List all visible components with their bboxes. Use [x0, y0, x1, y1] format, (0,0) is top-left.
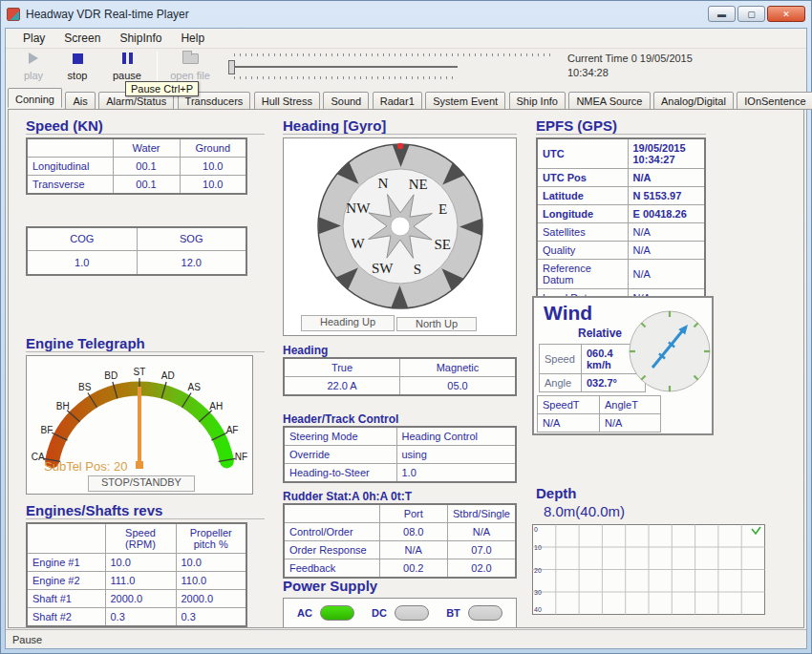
heading-table-heading: Heading — [283, 344, 328, 357]
engines-shafts-heading: Engines/Shafts revs — [26, 502, 265, 519]
tab-system-event[interactable]: System Event — [425, 92, 505, 110]
slider-track — [234, 66, 458, 68]
telegraph-scale-label: BF — [41, 425, 53, 435]
tab-ship-info[interactable]: Ship Info — [509, 92, 566, 110]
telegraph-scale-label: AD — [161, 370, 175, 381]
power-ac-indicator — [320, 605, 354, 621]
open-file-icon — [182, 53, 199, 64]
tab-nmea-source[interactable]: NMEA Source — [568, 92, 650, 110]
table-row: Feedback00.202.0 — [284, 559, 516, 579]
table-row: LongitudeE 00418.26 — [537, 205, 705, 223]
table-row: Shaft #20.30.3 — [27, 608, 246, 627]
gyro-compass-panel: NNEESESSWWNW Heading Up North Up — [283, 137, 517, 336]
rudder-heading: Rudder Stat:A 0h:A 0t:T — [283, 490, 412, 503]
table-row: Reference DatumN/A — [537, 260, 705, 289]
depth-ytick-label: 0 — [534, 526, 538, 533]
table-row: Order ResponseN/A07.0 — [284, 541, 516, 559]
maximize-button[interactable]: ▢ — [737, 6, 765, 22]
menu-screen[interactable]: Screen — [54, 30, 110, 47]
status-text: Pause — [12, 634, 42, 645]
compass-point-label: S — [414, 262, 421, 277]
telegraph-scale-label: ST — [134, 367, 146, 377]
current-time: Current Time 0 19/05/2015 10:34:28 — [567, 52, 749, 80]
wind-panel: Wind Relative Speed060.4 km/h Angle032.7… — [532, 296, 714, 435]
telegraph-scale-label: BH — [56, 401, 70, 411]
depth-ytick-label: 20 — [534, 567, 542, 574]
table-row: UTC PosN/A — [537, 169, 705, 187]
tab-sound[interactable]: Sound — [323, 92, 369, 110]
timeline-slider-thumb[interactable] — [228, 60, 235, 74]
tab-hull-stress[interactable]: Hull Stress — [254, 92, 320, 110]
depth-ytick-label: 40 — [534, 606, 542, 613]
telegraph-scale-label: AH — [209, 401, 223, 411]
table-row: Engine #110.010.0 — [27, 554, 246, 572]
rudder-table: PortStbrd/Single Control/Order08.0N/A Or… — [283, 503, 517, 579]
slider-ticks-top — [234, 53, 554, 56]
heading-table: TrueMagnetic 22.0 A05.0 — [283, 357, 517, 396]
pause-button[interactable]: pause — [105, 51, 149, 84]
power-supply-heading: Power Supply — [283, 578, 517, 594]
table-row: Engine #2111.0110.0 — [27, 572, 246, 590]
open-file-button[interactable]: open file — [162, 51, 218, 84]
title-bar: Headway VDR Real-time Player ▬ ▢ ✕ — [1, 1, 811, 27]
power-supply-panel: AC DC BT — [283, 598, 517, 628]
heading-marker-dot — [397, 143, 403, 149]
status-bar: Pause — [6, 629, 806, 648]
menu-play[interactable]: Play — [13, 30, 54, 47]
client-area: Play Screen ShipInfo Help play stop paus… — [5, 28, 807, 649]
stop-standby-button[interactable]: STOP/STANDBY — [88, 475, 195, 492]
table-row: Overrideusing — [284, 446, 516, 464]
wind-true-table: SpeedTAngleT N/AN/A — [537, 395, 661, 432]
table-row: Control/Order08.0N/A — [284, 523, 516, 541]
table-row: 1.012.0 — [27, 250, 246, 275]
telegraph-scale-label: CA — [32, 452, 45, 462]
table-row: Heading-to-Steer1.0 — [284, 464, 516, 483]
tab-ais[interactable]: Ais — [65, 92, 95, 110]
depth-chart: 010203040 — [532, 524, 765, 616]
depth-value: 8.0m(40.0m) — [544, 503, 625, 519]
compass-point-label: NW — [346, 200, 371, 216]
power-dc-label: DC — [372, 607, 387, 619]
window-title: Headway VDR Real-time Player — [26, 8, 189, 21]
tab-ionsentence[interactable]: IOnSentence — [737, 92, 812, 110]
tab-conning[interactable]: Conning — [8, 88, 62, 108]
speed-heading: Speed (KN) — [26, 117, 265, 135]
compass-point-label: SW — [372, 261, 394, 276]
table-row: Transverse00.110.0 — [27, 176, 246, 195]
tab-radar1[interactable]: Radar1 — [373, 92, 422, 110]
stop-button[interactable]: stop — [55, 51, 99, 84]
menu-bar: Play Screen ShipInfo Help — [6, 29, 806, 49]
stop-icon — [73, 53, 83, 64]
wind-subtitle: Relative — [578, 327, 622, 340]
play-button[interactable]: play — [11, 51, 55, 84]
table-row: UTC19/05/2015 10:34:27 — [537, 138, 705, 169]
telegraph-scale-label: AF — [226, 425, 239, 435]
table-row: 22.0 A05.0 — [284, 377, 516, 396]
depth-heading: Depth — [536, 485, 765, 501]
engines-shafts-table: Speed (RPM)Propeller pitch % Engine #110… — [26, 522, 247, 627]
timeline-slider[interactable] — [228, 53, 558, 83]
track-control-heading: Header/Track Control — [283, 412, 398, 426]
telegraph-scale-label: NF — [235, 452, 247, 462]
menu-shipinfo[interactable]: ShipInfo — [110, 30, 171, 47]
slider-ticks-bottom — [234, 76, 456, 79]
app-icon — [7, 8, 20, 21]
menu-help[interactable]: Help — [171, 30, 214, 47]
table-row: N/AN/A — [538, 414, 661, 432]
wind-title: Wind — [544, 302, 592, 325]
cog-sog-table: COGSOG 1.012.0 — [26, 226, 247, 276]
compass-rose: NNEESESSWWNW — [314, 140, 486, 312]
north-up-button[interactable]: North Up — [396, 317, 477, 331]
telegraph-needle-hub — [136, 461, 143, 469]
wind-direction-gauge — [627, 308, 713, 394]
compass-point-label: E — [438, 201, 447, 217]
table-row: QualityN/A — [537, 242, 705, 260]
telegraph-scale-label: BD — [104, 370, 118, 381]
table-row: SatellitesN/A — [537, 223, 705, 242]
heading-up-button[interactable]: Heading Up — [301, 315, 395, 331]
epfs-heading: EPFS (GPS) — [536, 117, 706, 135]
subtel-position-text: SubTel Pos: 20 — [44, 459, 127, 474]
tab-analog-digital[interactable]: Analog/Digital — [653, 92, 734, 110]
close-button[interactable]: ✕ — [767, 6, 805, 22]
minimize-button[interactable]: ▬ — [708, 6, 736, 22]
